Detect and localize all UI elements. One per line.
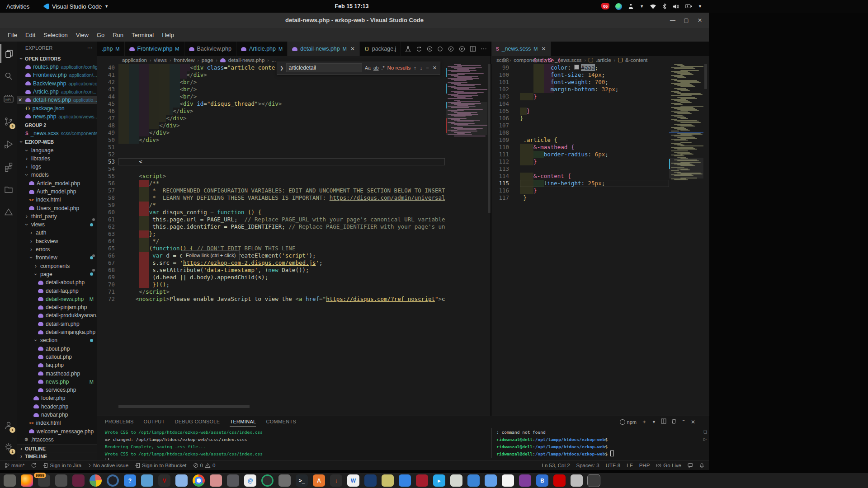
taskbar-app-22-icon[interactable] [364,474,377,487]
terminal-left[interactable]: Wrote CSS to /opt/lampp/htdocs/ezkop-web… [105,429,489,465]
taskbar-app-33-icon[interactable] [553,474,566,487]
tab-detail-news.php[interactable]: detail-news.phpM✕ [288,42,360,56]
outline-header[interactable]: ›OUTLINE [17,444,97,452]
window-titlebar[interactable]: detail-news.php - ezkop-web - Visual Stu… [0,13,709,28]
toggle-replace-icon[interactable]: ❯ [280,66,283,70]
tree-item-libraries[interactable]: ›libraries [17,155,97,163]
previous-match-icon[interactable]: ↑ [413,65,417,70]
tree-item-navbar.php[interactable]: navbar.php [17,411,97,419]
maximize-button[interactable]: ▢ [683,17,690,23]
taskbar-files-icon[interactable] [4,474,16,487]
taskbar-app-4-icon[interactable] [55,474,67,487]
workspace-header[interactable]: ›EZKOP-WEB [17,137,97,146]
tree-item-section[interactable]: ›section [17,336,97,344]
tree-item-detail-news.php[interactable]: detail-news.phpM [17,295,97,303]
menu-selection[interactable]: Selection [39,30,71,40]
maximize-panel-icon[interactable]: ⌃ [681,419,686,425]
tree-item-header.php[interactable]: header.php [17,403,97,411]
terminal-split-divider[interactable] [491,428,492,458]
taskbar-downloads-icon[interactable]: ↓ [330,474,342,487]
menu-go[interactable]: Go [93,30,108,40]
status-indentation[interactable]: Spaces: 3 [576,463,599,468]
next-match-icon[interactable]: ↓ [420,65,423,70]
chevron-down-icon[interactable]: ▼ [640,4,644,9]
notification-badge[interactable]: 06 [601,3,609,9]
panel-tab-output[interactable]: OUTPUT [144,419,165,427]
taskbar-app-27-icon[interactable] [450,474,462,487]
scrollbar-right[interactable] [704,64,708,416]
battery-icon[interactable] [685,4,692,9]
breadcrumb-item[interactable]: views [154,57,167,63]
gutter-dot[interactable] [92,269,95,272]
taskbar-app-v-icon[interactable]: V [158,474,170,487]
tree-item-third_party[interactable]: ›third_party [17,212,97,221]
close-icon[interactable]: ✕ [350,46,355,52]
taskbar-app-34-icon[interactable] [571,474,583,487]
tab-Backview.php[interactable]: Backview.php [184,42,236,56]
menu-view[interactable]: View [72,30,93,40]
status-git-branch[interactable]: main* [5,463,24,468]
clock[interactable]: Feb 15 17:13 [335,0,368,13]
breadcrumb-item[interactable]: frontview [174,57,194,63]
taskbar-globe-icon[interactable] [485,474,497,487]
triangle-tool-icon[interactable] [0,202,17,221]
taskbar-chrome-icon[interactable] [193,474,205,487]
tree-item-masthead.php[interactable]: masthead.php [17,369,97,377]
status-jira-signin[interactable]: Sign in to Jira [42,463,81,468]
taskbar-camera-blue-icon[interactable] [467,474,480,487]
nav-forward-icon[interactable] [448,46,454,52]
bluetooth-icon[interactable] [662,3,667,9]
taskbar-libreoffice-a-icon[interactable]: A [313,474,325,487]
close-icon[interactable]: ✕ [541,46,546,52]
terminal-right[interactable]: : command not foundridwanzal@dell:/opt/l… [496,429,695,458]
tab-.php[interactable]: .phpM [97,42,125,56]
gutter-dot[interactable] [92,254,95,257]
tab-package.j[interactable]: {}package.j [360,42,401,56]
run-circle-icon[interactable] [459,46,465,52]
tab-Frontview.php[interactable]: Frontview.phpM [125,42,184,56]
beaker-icon[interactable] [405,46,411,52]
tree-item-detail-pinjam.php[interactable]: detail-pinjam.php [17,303,97,311]
settings-gear-icon[interactable]: 1 [0,437,17,456]
open-editors-header[interactable]: ›OPEN EDITORS [17,54,97,63]
timeline-header[interactable]: ›TIMELINE [17,452,97,460]
split-editor-icon[interactable] [470,46,476,52]
tree-item-auth[interactable]: ›auth [17,229,97,237]
tree-item-errors[interactable]: ›errors [17,245,97,253]
run-and-debug-icon[interactable] [0,135,17,154]
menu-file[interactable]: File [4,30,21,40]
taskbar-app-23-icon[interactable] [382,474,394,487]
code-editor-right[interactable]: &-date {color: #aaa;font-size: 14px;font… [520,57,669,400]
tree-item-footer.php[interactable]: footer.php [17,394,97,402]
taskbar-tools-icon[interactable] [278,474,291,487]
menu-run[interactable]: Run [108,30,127,40]
status-bitbucket-signin[interactable]: Sign in to Bitbucket [135,463,186,468]
taskbar-app-31-icon[interactable] [519,474,531,487]
focused-app-menu[interactable]: Visual Studio Code▼ [43,0,108,13]
find-in-selection-icon[interactable]: ≡ [425,65,429,70]
status-go-live[interactable]: Go Live [656,463,681,468]
tree-item-language[interactable]: ›language [17,146,97,154]
tree-item-components[interactable]: ›components [17,262,97,270]
rest-api-icon[interactable]: /API [0,89,17,108]
wifi-icon[interactable] [650,4,656,9]
new-terminal-icon[interactable]: ＋ [642,418,647,426]
taskbar-app-5-icon[interactable] [72,474,85,487]
explorer-icon[interactable] [0,44,17,63]
find-input[interactable] [286,63,362,72]
minimap-right[interactable] [669,64,703,416]
horizontal-scrollbar[interactable] [118,405,445,408]
tree-item-services.php[interactable]: services.php [17,386,97,394]
taskbar-active-window-icon[interactable] [588,474,600,487]
tree-item-welcome_message.php[interactable]: welcome_message.php [17,427,97,435]
taskbar-camera-lens-icon[interactable] [107,474,119,487]
taskbar-photos-icon[interactable] [90,474,102,487]
terminal-tab-icon[interactable]: ❏ [703,430,707,434]
status-language-mode[interactable]: PHP [639,463,650,468]
status-active-issue[interactable]: No active issue [88,463,128,468]
more-actions-icon[interactable]: ⋯ [87,45,93,51]
taskbar-shotwell-icon[interactable] [210,474,222,487]
tree-item-index.html[interactable]: <>index.html [17,419,97,427]
close-icon[interactable]: ✕ [432,65,437,71]
taskbar-firefox-icon[interactable] [21,474,33,487]
